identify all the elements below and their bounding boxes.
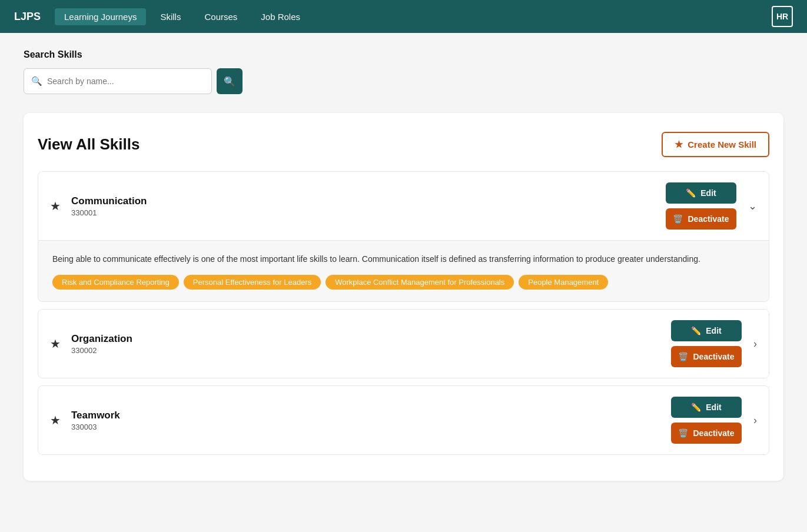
navbar: LJPS Learning Journeys Skills Courses Jo…	[0, 0, 807, 33]
avatar[interactable]: HR	[772, 6, 793, 27]
nav-logo: LJPS	[14, 11, 41, 23]
deactivate-icon: 🗑️	[678, 428, 688, 438]
skill-star-organization: ★	[50, 337, 61, 351]
edit-icon: ✏️	[691, 326, 701, 335]
skill-row-organization: ★ Organization 330002 ✏️ Edit 🗑️ Deactiv…	[38, 310, 769, 378]
skill-detail-communication: Being able to communicate effectively is…	[38, 240, 769, 301]
edit-label: Edit	[700, 188, 716, 198]
skill-code-organization: 330002	[71, 346, 671, 355]
create-new-skill-button[interactable]: ★ Create New Skill	[662, 132, 769, 157]
skill-name-teamwork: Teamwork	[71, 410, 671, 421]
chevron-organization[interactable]: ›	[753, 338, 757, 350]
edit-icon: ✏️	[686, 188, 696, 198]
skills-header: View All Skills ★ Create New Skill	[38, 132, 769, 157]
search-icon: 🔍	[31, 76, 42, 87]
search-button[interactable]: 🔍	[217, 68, 243, 94]
skill-name-organization: Organization	[71, 333, 671, 345]
page-content: Search Skills 🔍 🔍 View All Skills ★ Crea…	[0, 33, 807, 497]
create-btn-star-icon: ★	[675, 139, 683, 150]
deactivate-label: Deactivate	[693, 428, 734, 438]
nav-courses[interactable]: Courses	[195, 8, 247, 25]
skill-row-communication: ★ Communication 330001 ✏️ Edit 🗑️ Deacti…	[38, 172, 769, 240]
deactivate-teamwork-button[interactable]: 🗑️ Deactivate	[671, 423, 742, 444]
nav-learning-journeys[interactable]: Learning Journeys	[55, 8, 146, 25]
skill-item-organization: ★ Organization 330002 ✏️ Edit 🗑️ Deactiv…	[38, 309, 769, 378]
skill-star-communication: ★	[50, 199, 61, 213]
chevron-teamwork[interactable]: ›	[753, 414, 757, 427]
skill-item-teamwork: ★ Teamwork 330003 ✏️ Edit 🗑️ Deactivate …	[38, 385, 769, 455]
deactivate-icon: 🗑️	[673, 214, 683, 224]
edit-communication-button[interactable]: ✏️ Edit	[666, 182, 736, 204]
nav-job-roles[interactable]: Job Roles	[251, 8, 310, 25]
tag-personal-effectiveness: Personal Effectiveness for Leaders	[184, 275, 321, 290]
search-input[interactable]	[47, 77, 204, 86]
skill-info-teamwork: Teamwork 330003	[71, 410, 671, 431]
skills-title: View All Skills	[38, 135, 140, 154]
edit-teamwork-button[interactable]: ✏️ Edit	[671, 397, 742, 418]
edit-label: Edit	[706, 403, 721, 412]
skill-desc-communication: Being able to communicate effectively is…	[52, 252, 755, 265]
skill-info-communication: Communication 330001	[71, 195, 666, 217]
tag-list-communication: Risk and Compliance Reporting Personal E…	[52, 275, 755, 290]
chevron-communication[interactable]: ⌄	[748, 200, 757, 212]
nav-skills[interactable]: Skills	[151, 8, 190, 25]
search-input-wrap: 🔍	[24, 68, 212, 94]
skill-star-teamwork: ★	[50, 413, 61, 427]
search-row: 🔍 🔍	[24, 68, 783, 94]
skills-card: View All Skills ★ Create New Skill ★ Com…	[24, 113, 783, 481]
skill-actions-teamwork: ✏️ Edit 🗑️ Deactivate	[671, 397, 742, 444]
skill-name-communication: Communication	[71, 195, 666, 207]
deactivate-icon: 🗑️	[678, 352, 688, 361]
deactivate-organization-button[interactable]: 🗑️ Deactivate	[671, 346, 742, 367]
deactivate-label: Deactivate	[693, 352, 734, 361]
skill-actions-organization: ✏️ Edit 🗑️ Deactivate	[671, 320, 742, 367]
skill-actions-communication: ✏️ Edit 🗑️ Deactivate	[666, 182, 736, 230]
deactivate-label: Deactivate	[688, 214, 729, 224]
skill-row-teamwork: ★ Teamwork 330003 ✏️ Edit 🗑️ Deactivate …	[38, 386, 769, 454]
tag-risk-compliance: Risk and Compliance Reporting	[52, 275, 179, 290]
edit-label: Edit	[706, 326, 721, 335]
search-btn-icon: 🔍	[224, 76, 235, 87]
deactivate-communication-button[interactable]: 🗑️ Deactivate	[666, 208, 736, 230]
tag-people-management: People Management	[519, 275, 608, 290]
skill-item-communication: ★ Communication 330001 ✏️ Edit 🗑️ Deacti…	[38, 171, 769, 302]
tag-workplace-conflict: Workplace Conflict Management for Profes…	[326, 275, 514, 290]
edit-icon: ✏️	[691, 403, 701, 412]
skill-info-organization: Organization 330002	[71, 333, 671, 355]
skill-code-communication: 330001	[71, 208, 666, 217]
skill-code-teamwork: 330003	[71, 423, 671, 431]
edit-organization-button[interactable]: ✏️ Edit	[671, 320, 742, 341]
create-btn-label: Create New Skill	[688, 139, 756, 149]
search-title: Search Skills	[24, 49, 783, 60]
